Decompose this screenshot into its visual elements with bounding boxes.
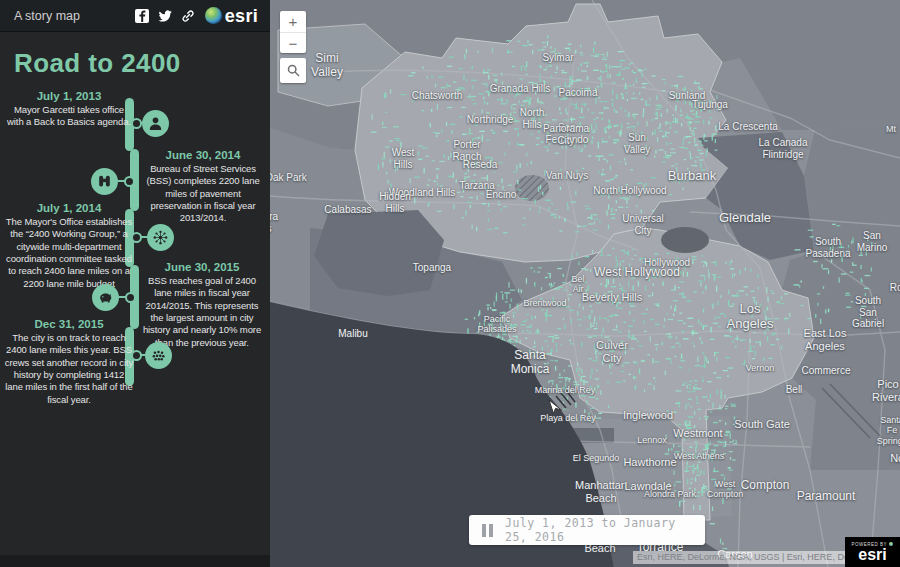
esri-globe-icon (205, 7, 222, 24)
zoom-in-button[interactable]: + (280, 11, 306, 33)
search-button[interactable] (280, 58, 306, 83)
timeline-date: June 30, 2015 (138, 261, 266, 273)
header-bar: A story map esri (0, 0, 270, 32)
piggy-bank-icon (92, 284, 119, 311)
twitter-icon[interactable] (158, 9, 172, 23)
binoculars-icon (91, 168, 118, 195)
crowd-icon (145, 342, 172, 369)
timeline-node (131, 118, 142, 129)
time-range-label: July 1, 2013 to January 25, 2016 (505, 516, 705, 544)
timeline-entry: July 1, 2013 Mayor Garcetti takes office… (6, 90, 132, 129)
zoom-control: + − (280, 11, 306, 53)
powered-by-esri-badge[interactable]: POWERED BY esri (845, 537, 900, 567)
timeline-node (125, 292, 136, 303)
page-title: Road to 2400 (14, 48, 181, 79)
app-label: A story map (14, 9, 135, 23)
map-base (270, 0, 900, 567)
map-canvas[interactable]: Simi ValleySylmarSan FernandoPorter Ranc… (270, 0, 900, 567)
timeline-node (131, 232, 142, 243)
network-icon (147, 224, 174, 251)
esri-globe-mini-icon (889, 542, 893, 546)
timeline-node (124, 176, 135, 187)
timeline-date: July 1, 2014 (5, 202, 133, 214)
timeline-node (131, 350, 142, 361)
timeline-text: The Mayor's Office establishes the “2400… (5, 216, 133, 290)
timeline-date: July 1, 2013 (6, 90, 132, 102)
pause-button[interactable] (482, 524, 493, 537)
timeline-entry: June 30, 2014 Bureau of Street Services … (140, 149, 266, 225)
timeline-entry: Dec 31, 2015 The city is on track to rea… (4, 318, 134, 406)
story-map-app: Simi ValleySylmarSan FernandoPorter Ranc… (0, 0, 900, 567)
timeline-text: Mayor Garcetti takes office with a Back … (6, 104, 132, 129)
timeline-date: June 30, 2014 (140, 149, 266, 161)
zoom-out-button[interactable]: − (280, 33, 306, 54)
timeline-text: Bureau of Street Services (BSS) complete… (140, 163, 266, 225)
esri-logo[interactable]: esri (205, 7, 258, 25)
timeline-entry: June 30, 2015 BSS reaches goal of 2400 l… (138, 261, 266, 349)
magnifier-icon (287, 64, 300, 77)
time-slider[interactable]: July 1, 2013 to January 25, 2016 (469, 515, 705, 545)
esri-wordmark: esri (858, 547, 886, 563)
person-icon (142, 110, 169, 137)
link-icon[interactable] (181, 9, 195, 23)
esri-brand-text: esri (225, 7, 258, 25)
timeline-text: BSS reaches goal of 2400 lane miles in f… (138, 275, 266, 349)
timeline-entry: July 1, 2014 The Mayor's Office establis… (5, 202, 133, 290)
timeline-date: Dec 31, 2015 (4, 318, 134, 330)
map-attribution: Esri, HERE, DeLorme, NGA, USGS | Esri, H… (633, 551, 878, 564)
sidebar: A story map esri Road to 2400 (0, 0, 270, 567)
facebook-icon[interactable] (135, 9, 149, 23)
timeline-text: The city is on track to reach 2400 lane … (4, 332, 134, 406)
share-icons (135, 9, 195, 23)
